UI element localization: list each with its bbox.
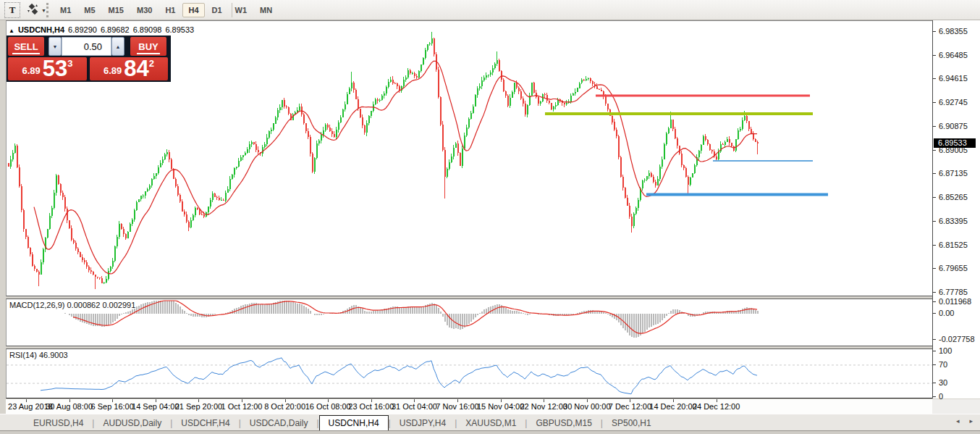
timeframe-button-h4[interactable]: H4 xyxy=(182,3,204,17)
sell-price-main: 53 xyxy=(43,59,67,79)
volume-decrease-button[interactable]: ▼ xyxy=(48,37,62,56)
axis-tick xyxy=(933,245,936,246)
timeframe-button-d1[interactable]: D1 xyxy=(206,3,228,17)
sell-button[interactable]: SELL xyxy=(8,37,44,56)
time-axis-label: 23 Oct 16:00 xyxy=(348,402,394,411)
time-axis-label: 30 Nov 00:00 xyxy=(563,402,610,411)
volume-increase-button[interactable]: ▲ xyxy=(111,37,124,56)
rsi-chart[interactable] xyxy=(7,349,932,398)
chart-symbol-period: USDCNH,H4 xyxy=(18,25,64,34)
time-axis-label: 6 Sep 16:00 xyxy=(91,402,134,411)
timeframe-button-h1[interactable]: H1 xyxy=(159,3,181,17)
time-axis-label: 21 Sep 20:00 xyxy=(175,402,222,411)
macd-chart[interactable] xyxy=(7,299,932,346)
chart-tab-usdjpy[interactable]: USDJPY,H4 xyxy=(391,417,455,430)
chart-tab-usdchf[interactable]: USDCHF,H4 xyxy=(172,417,238,430)
axis-tick xyxy=(933,221,936,222)
axis-tick xyxy=(933,351,936,351)
rsi-axis-label: 100 xyxy=(939,346,952,355)
chart-tab-xauusd[interactable]: XAUUSD,M1 xyxy=(457,417,525,430)
axis-tick xyxy=(933,55,936,56)
chart-tab-gbpusd[interactable]: GBPUSD,M15 xyxy=(527,417,600,430)
axis-corner xyxy=(932,399,980,414)
timeframe-button-m30[interactable]: M30 xyxy=(131,3,158,17)
timeframe-button-w1[interactable]: W1 xyxy=(229,3,253,17)
time-axis-label: 7 Nov 16:00 xyxy=(436,402,478,411)
time-axis[interactable]: 23 Aug 201830 Aug 08:006 Sep 16:0014 Sep… xyxy=(6,399,932,414)
buy-price-main: 84 xyxy=(124,59,148,79)
time-axis-label: 14 Dec 20:00 xyxy=(649,402,696,411)
macd-axis-label: 0.00 xyxy=(939,309,954,317)
axis-tick xyxy=(933,292,936,293)
chart-tabs: EURUSD,H4|AUDUSD,Daily|USDCHF,H4|USDCAD,… xyxy=(25,414,660,431)
price-axis-label: 6.87135 xyxy=(939,169,968,178)
ohlc-low: 6.89098 xyxy=(133,25,162,34)
time-axis-label: 14 Sep 04:00 xyxy=(132,402,179,411)
price-axis-label: 6.77785 xyxy=(939,288,968,296)
time-axis-label: 22 Nov 12:00 xyxy=(520,402,567,411)
top-toolbar: T ▼ M1M5M15M30H1H4D1W1MN xyxy=(0,0,980,20)
triangle-down-icon: ▼ xyxy=(53,44,58,49)
timeframe-button-m15[interactable]: M15 xyxy=(103,3,130,17)
macd-axis-label: -0.027758 xyxy=(939,335,975,343)
toolbar-separator xyxy=(232,3,232,17)
price-axis-label: 6.92745 xyxy=(939,98,968,107)
axis-tick xyxy=(933,197,936,198)
bottom-scrollbar-strip[interactable] xyxy=(0,430,980,434)
axis-tick xyxy=(933,339,936,340)
chart-tab-eurusd[interactable]: EURUSD,H4 xyxy=(25,417,92,430)
timeframe-button-m5[interactable]: M5 xyxy=(78,3,101,17)
macd-axis-label: 0.011968 xyxy=(939,297,971,306)
one-click-trading-panel: SELL ▼ ▲ BUY 6.89 53 3 6.89 84 2 xyxy=(7,36,171,82)
axis-tick xyxy=(933,78,936,79)
chart-tab-sp500[interactable]: SP500,H1 xyxy=(603,417,660,430)
time-axis-label: 31 Oct 04:00 xyxy=(392,402,437,411)
sell-price-display[interactable]: 6.89 53 3 xyxy=(8,57,87,80)
macd-label: MACD(12,26,9) 0.000862 0.002991 xyxy=(9,301,135,309)
ohlc-open: 6.89290 xyxy=(68,25,97,34)
axis-tick xyxy=(933,313,936,314)
toolbar-grip-handle[interactable] xyxy=(46,3,48,17)
rsi-label: RSI(14) 46.9003 xyxy=(9,351,68,359)
cycle-symbols-icon xyxy=(26,4,39,17)
price-axis-label: 6.90875 xyxy=(939,122,968,130)
timeframe-toolbar: M1M5M15M30H1H4D1W1MN xyxy=(54,2,279,18)
buy-price-prefix: 6.89 xyxy=(104,65,122,76)
ohlc-high: 6.89682 xyxy=(101,25,130,34)
text-tool-button[interactable]: T xyxy=(4,2,20,18)
tab-scroll-left-icon[interactable]: ◂ xyxy=(956,417,960,425)
current-price-badge: 6.89533 xyxy=(934,138,976,148)
chevron-down-icon: ▼ xyxy=(41,8,46,13)
timeframe-button-mn[interactable]: MN xyxy=(254,3,278,17)
chart-tab-usdcad[interactable]: USDCAD,Daily xyxy=(241,417,317,430)
price-axis-label: 6.96485 xyxy=(939,51,968,59)
timeframe-button-m1[interactable]: M1 xyxy=(54,3,77,17)
ohlc-close: 6.89533 xyxy=(165,25,194,34)
collapse-panel-icon[interactable]: ▲ xyxy=(9,28,14,34)
buy-button[interactable]: BUY xyxy=(130,37,166,56)
time-axis-label: 15 Nov 04:00 xyxy=(477,402,524,411)
chart-tab-usdcnh[interactable]: USDCNH,H4 xyxy=(319,415,389,431)
axis-tick xyxy=(933,383,936,383)
time-axis-label: 16 Oct 08:00 xyxy=(305,402,351,411)
time-axis-label: 30 Aug 08:00 xyxy=(46,402,93,411)
chart-tab-audusd[interactable]: AUDUSD,Daily xyxy=(94,417,170,430)
time-axis-label: 24 Dec 12:00 xyxy=(693,402,740,411)
time-axis-label: 1 Oct 12:00 xyxy=(221,402,263,411)
axis-tick xyxy=(933,102,936,103)
chart-title: ▲USDCNH,H46.892906.896826.890986.89533 xyxy=(9,25,194,34)
price-axis-label: 6.79655 xyxy=(939,264,968,272)
price-axis[interactable]: 6.89533 6.983556.964856.946156.927456.90… xyxy=(932,20,980,398)
price-axis-label: 6.98355 xyxy=(939,27,968,36)
axis-tick xyxy=(933,126,936,127)
axis-tick xyxy=(933,268,936,269)
chart-tab-bar: EURUSD,H4|AUDUSD,Daily|USDCHF,H4|USDCAD,… xyxy=(0,414,980,430)
volume-input[interactable] xyxy=(62,37,111,56)
axis-tick xyxy=(933,150,936,151)
sell-price-pip: 3 xyxy=(67,58,72,69)
axis-tick xyxy=(933,396,936,397)
price-axis-label: 6.81525 xyxy=(939,241,968,249)
tab-scroll-right-icon[interactable]: ▸ xyxy=(969,417,973,425)
buy-price-display[interactable]: 6.89 84 2 xyxy=(90,57,168,80)
buy-price-pip: 2 xyxy=(149,58,154,69)
